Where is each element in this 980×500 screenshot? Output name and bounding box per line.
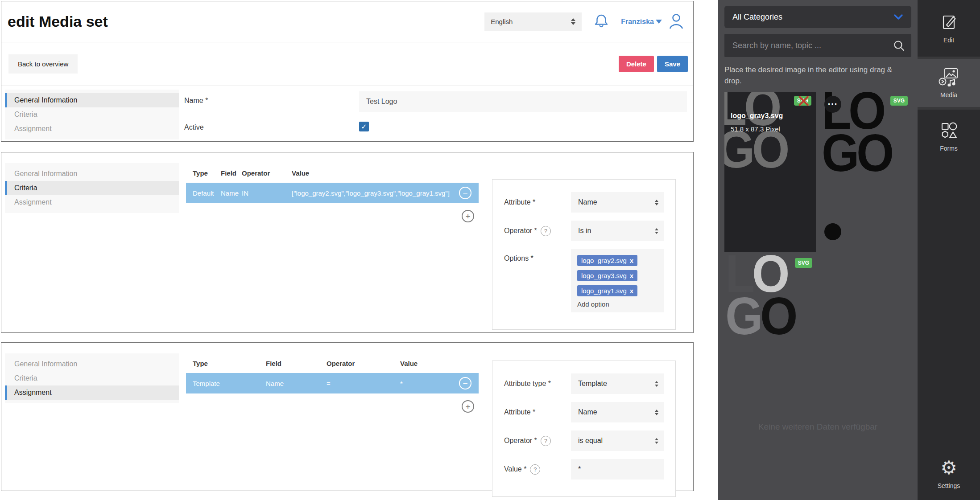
select-arrows-icon bbox=[655, 438, 658, 444]
rail-item-label: Media bbox=[940, 91, 957, 98]
operator-select[interactable]: Is in bbox=[571, 221, 664, 241]
remove-option-icon[interactable]: x bbox=[630, 257, 633, 264]
nav-item-general-information[interactable]: General Information bbox=[5, 93, 179, 107]
criteria-card: General Information Criteria Assignment … bbox=[1, 152, 694, 333]
nav-item-general-information[interactable]: General Information bbox=[5, 167, 179, 181]
attribute-select[interactable]: Name bbox=[571, 192, 664, 213]
user-name: Franziska bbox=[621, 18, 654, 26]
no-more-data-message: Keine weiteren Daten verfügbar bbox=[724, 422, 911, 432]
rail-item-forms[interactable]: Forms bbox=[939, 110, 959, 152]
language-select[interactable]: English bbox=[484, 12, 582, 31]
cell-operator: IN bbox=[242, 189, 292, 197]
attribute-type-select[interactable]: Template bbox=[571, 373, 664, 394]
col-field: Field bbox=[266, 360, 327, 367]
remove-option-icon[interactable]: x bbox=[630, 287, 633, 295]
save-button[interactable]: Save bbox=[657, 56, 688, 72]
option-tag[interactable]: logo_gray3.svgx bbox=[577, 270, 637, 281]
app-window: edit Media set English Franziska bbox=[0, 0, 980, 500]
remove-media-icon[interactable] bbox=[796, 92, 816, 111]
media-search-input[interactable] bbox=[732, 41, 893, 51]
media-item-name: logo_gray3.svg bbox=[731, 112, 783, 120]
operator-select-value: Is in bbox=[578, 227, 591, 235]
media-item-logo-gray3[interactable]: LO GO SVG logo_gray3.svg 51.8 x 87.3 Pix… bbox=[724, 92, 816, 252]
operator-select-value: is equal bbox=[578, 437, 603, 445]
gear-icon: ⚙ bbox=[940, 459, 957, 477]
drag-drop-hint: Place the desired image in the editor us… bbox=[724, 65, 907, 86]
help-icon[interactable] bbox=[530, 464, 540, 475]
rail-item-label: Settings bbox=[938, 482, 960, 489]
logo-dot bbox=[824, 223, 841, 240]
section-nav-criteria: General Information Criteria Assignment bbox=[5, 163, 179, 213]
back-to-overview-button[interactable]: Back to overview bbox=[8, 54, 78, 74]
forms-icon bbox=[939, 121, 959, 140]
search-icon[interactable] bbox=[893, 40, 905, 52]
name-input[interactable] bbox=[359, 91, 687, 112]
remove-row-button[interactable] bbox=[459, 377, 471, 389]
select-arrows-icon bbox=[655, 200, 658, 205]
cell-value: * bbox=[400, 380, 459, 387]
value-label: Value * bbox=[504, 464, 571, 475]
svg-badge: SVG bbox=[795, 258, 812, 268]
attribute-type-label: Attribute type * bbox=[504, 380, 571, 388]
col-operator: Operator bbox=[327, 360, 400, 367]
notifications-bell-icon[interactable] bbox=[593, 13, 609, 31]
operator-select[interactable]: is equal bbox=[571, 430, 664, 451]
active-checkbox[interactable] bbox=[359, 122, 369, 131]
rail-item-label: Edit bbox=[943, 37, 954, 44]
remove-row-button[interactable] bbox=[459, 187, 471, 199]
value-input[interactable]: * bbox=[571, 459, 664, 480]
language-select-value: English bbox=[491, 18, 513, 25]
criteria-table-row[interactable]: Default Name IN ["logo_gray2.svg","logo_… bbox=[186, 183, 479, 203]
attribute-type-select-value: Template bbox=[578, 380, 607, 388]
help-icon[interactable] bbox=[541, 226, 551, 236]
add-row-button[interactable] bbox=[462, 210, 474, 222]
user-menu[interactable]: Franziska bbox=[621, 12, 685, 31]
select-arrows-icon bbox=[571, 18, 575, 25]
col-value: Value bbox=[292, 169, 459, 177]
attribute-label: Attribute * bbox=[504, 408, 571, 416]
chevron-down-icon bbox=[656, 20, 662, 24]
nav-item-criteria[interactable]: Criteria bbox=[5, 107, 179, 122]
rail-item-edit[interactable]: Edit bbox=[918, 0, 980, 57]
category-filter-value: All Categories bbox=[732, 12, 782, 22]
nav-item-general-information[interactable]: General Information bbox=[5, 357, 179, 371]
nav-item-assignment[interactable]: Assignment bbox=[5, 385, 179, 400]
avatar-icon bbox=[667, 12, 685, 31]
section-nav-general: General Information Criteria Assignment bbox=[5, 90, 179, 139]
assignment-table-row[interactable]: Template Name = * bbox=[186, 373, 479, 393]
cell-field: Name bbox=[266, 380, 327, 387]
nav-item-criteria[interactable]: Criteria bbox=[5, 181, 179, 195]
page-header: edit Media set English Franziska bbox=[1, 1, 693, 42]
help-icon[interactable] bbox=[541, 436, 551, 446]
attribute-select-value: Name bbox=[578, 198, 597, 206]
media-item[interactable]: LO GO SVG bbox=[724, 254, 816, 402]
criteria-table: Type Field Operator Value Default Name I… bbox=[179, 163, 479, 330]
cell-type: Template bbox=[193, 380, 266, 387]
add-option-button[interactable]: Add option bbox=[577, 300, 657, 308]
nav-item-assignment[interactable]: Assignment bbox=[5, 195, 179, 209]
delete-button[interactable]: Delete bbox=[619, 56, 654, 72]
option-tag[interactable]: logo_gray1.svgx bbox=[577, 285, 637, 296]
rail-item-media[interactable]: Media bbox=[918, 59, 980, 107]
attribute-select-value: Name bbox=[578, 408, 597, 416]
page-title: edit Media set bbox=[8, 13, 108, 30]
media-icon bbox=[939, 68, 959, 86]
select-arrows-icon bbox=[655, 228, 658, 234]
active-field-label: Active bbox=[184, 118, 359, 131]
col-type: Type bbox=[193, 360, 266, 367]
media-sidebar: All Categories Place the desired image i… bbox=[718, 0, 918, 500]
nav-item-assignment[interactable]: Assignment bbox=[5, 122, 179, 136]
option-tag[interactable]: logo_gray2.svgx bbox=[577, 255, 637, 266]
assignment-table-header: Type Field Operator Value bbox=[186, 360, 479, 373]
select-arrows-icon bbox=[655, 381, 658, 387]
rail-item-settings[interactable]: ⚙ Settings bbox=[938, 459, 960, 500]
assignment-card: General Information Criteria Assignment … bbox=[1, 342, 694, 491]
category-filter-select[interactable]: All Categories bbox=[724, 6, 911, 28]
rail-item-label: Forms bbox=[940, 145, 958, 152]
add-row-button[interactable] bbox=[462, 400, 474, 413]
attribute-select[interactable]: Name bbox=[571, 402, 664, 422]
remove-option-icon[interactable]: x bbox=[630, 272, 633, 279]
media-item[interactable]: LO GO ... SVG bbox=[820, 92, 911, 243]
nav-item-criteria[interactable]: Criteria bbox=[5, 371, 179, 385]
col-operator: Operator bbox=[242, 169, 292, 177]
